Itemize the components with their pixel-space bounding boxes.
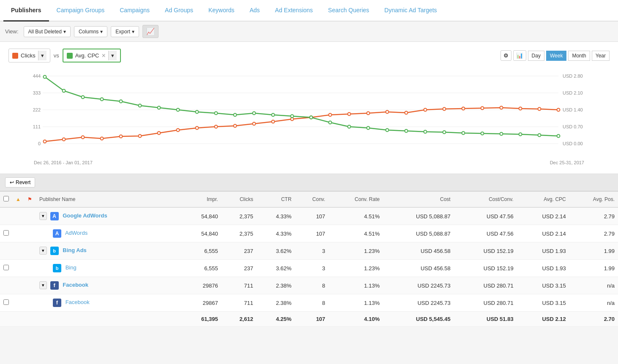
cell-cost: USD 5,088.87 — [383, 207, 454, 225]
svg-point-22 — [177, 129, 180, 132]
adwords-link[interactable]: AdWords — [65, 230, 88, 236]
row-checkbox[interactable] — [3, 265, 9, 270]
svg-point-31 — [348, 113, 351, 116]
chart-wrapper: 444 333 222 111 0 USD 2.80 USD 2.10 USD … — [8, 68, 610, 165]
svg-point-18 — [101, 137, 104, 140]
total-ctr: 4.25% — [257, 312, 295, 327]
svg-point-70 — [557, 135, 560, 138]
chevron-down-icon: ▾ — [132, 29, 134, 35]
metric1-dropdown-btn[interactable]: ▾ — [38, 51, 46, 60]
adwords-sub-icon: A — [53, 229, 61, 238]
col-clicks: Clicks — [221, 192, 257, 208]
revert-bar: ↩ Revert — [0, 174, 618, 191]
expand-google-adwords-btn[interactable]: ▾ — [39, 212, 47, 220]
cell-impr: 54,840 — [181, 225, 221, 242]
tab-ad-groups[interactable]: Ad Groups — [157, 0, 201, 22]
metric2-dropdown-btn[interactable]: ▾ — [108, 51, 117, 60]
expand-bing-ads-btn[interactable]: ▾ — [39, 247, 47, 255]
svg-point-53 — [234, 114, 237, 117]
chart-settings-icon-btn[interactable]: ⚙ — [500, 50, 511, 61]
svg-point-40 — [519, 107, 522, 110]
metric2-selector[interactable]: Avg. CPC × ▾ — [63, 49, 121, 62]
flag-icon: ⚑ — [27, 196, 32, 202]
row-checkbox[interactable] — [3, 230, 9, 236]
expand-facebook-btn[interactable]: ▾ — [39, 281, 47, 289]
tab-campaigns[interactable]: Campaigns — [112, 0, 157, 22]
facebook-link[interactable]: Facebook — [66, 299, 90, 305]
export-button[interactable]: Export ▾ — [111, 26, 139, 37]
cell-cost-conv: USD 47.56 — [454, 225, 517, 242]
time-btn-day[interactable]: Day — [528, 51, 544, 61]
svg-point-20 — [139, 135, 142, 138]
revert-button[interactable]: ↩ Revert — [5, 177, 35, 187]
chart-controls: Clicks ▾ vs Avg. CPC × ▾ ⚙ 📊 Day Week Mo… — [8, 49, 610, 62]
tab-keywords[interactable]: Keywords — [201, 0, 242, 22]
select-all-checkbox[interactable] — [3, 196, 9, 201]
view-dropdown[interactable]: All But Deleted ▾ — [24, 26, 71, 37]
table-row: b Bing 6,555 237 3.62% 3 1.23% USD 456.5… — [0, 260, 618, 277]
cell-avg-cpc: USD 3.15 — [517, 294, 569, 312]
total-avg-pos: 2.70 — [569, 312, 618, 327]
cell-cost: USD 2245.73 — [383, 294, 454, 312]
svg-point-24 — [215, 125, 218, 128]
cell-conv: 8 — [295, 277, 329, 294]
cell-avg-pos: n/a — [569, 277, 618, 294]
google-adwords-link[interactable]: Google AdWords — [63, 212, 107, 219]
svg-point-52 — [215, 112, 218, 115]
toolbar: View: All But Deleted ▾ Columns ▾ Export… — [0, 22, 618, 42]
row-checkbox[interactable] — [3, 299, 9, 305]
cell-clicks: 2,375 — [221, 225, 257, 242]
metric2-close-button[interactable]: × — [102, 52, 106, 59]
cell-ctr: 3.62% — [257, 260, 295, 277]
cell-conv: 107 — [295, 207, 329, 225]
svg-point-34 — [405, 111, 408, 114]
cell-clicks: 711 — [221, 294, 257, 312]
bing-link[interactable]: Bing — [66, 264, 77, 271]
facebook-group-link[interactable]: Facebook — [63, 282, 88, 288]
tab-publishers[interactable]: Publishers — [3, 0, 49, 22]
time-btn-year[interactable]: Year — [592, 51, 610, 61]
svg-text:0: 0 — [38, 141, 41, 146]
metric1-selector[interactable]: Clicks ▾ — [8, 49, 50, 62]
time-btn-month[interactable]: Month — [568, 51, 590, 61]
tab-campaign-groups[interactable]: Campaign Groups — [49, 0, 112, 22]
svg-point-19 — [120, 135, 123, 138]
publishers-table: ▲ ⚑ Publisher Name Impr. Clicks CTR Conv… — [0, 191, 618, 327]
table-row: A AdWords 54,840 2,375 4.33% 107 4.51% U… — [0, 225, 618, 242]
cell-clicks: 2,375 — [221, 207, 257, 225]
bing-sub-icon: b — [53, 264, 61, 272]
columns-button[interactable]: Columns ▾ — [74, 26, 107, 37]
bing-ads-link[interactable]: Bing Ads — [63, 247, 87, 253]
svg-point-35 — [424, 109, 427, 111]
svg-point-66 — [481, 132, 484, 135]
svg-point-60 — [367, 127, 370, 130]
svg-point-23 — [196, 127, 199, 130]
tab-search-queries[interactable]: Search Queries — [320, 0, 377, 22]
facebook-sub-icon: f — [53, 299, 61, 307]
svg-text:USD 1.40: USD 1.40 — [563, 107, 583, 112]
chart-icon: 📈 — [146, 28, 155, 35]
svg-point-59 — [348, 125, 351, 128]
svg-point-28 — [291, 118, 294, 121]
chart-toggle-button[interactable]: 📈 — [142, 25, 159, 38]
total-clicks: 2,612 — [221, 312, 257, 327]
svg-point-15 — [44, 140, 46, 143]
svg-point-62 — [405, 130, 408, 133]
line-chart: 444 333 222 111 0 USD 2.80 USD 2.10 USD … — [8, 68, 610, 160]
svg-point-44 — [63, 90, 66, 92]
svg-point-42 — [557, 109, 560, 111]
svg-point-26 — [253, 122, 256, 125]
columns-label: Columns — [79, 29, 98, 35]
tab-dynamic-ad-targets[interactable]: Dynamic Ad Targets — [377, 0, 444, 22]
svg-text:USD 2.80: USD 2.80 — [563, 73, 583, 79]
chart-bar-icon-btn[interactable]: 📊 — [513, 50, 526, 61]
tab-ad-extensions[interactable]: Ad Extensions — [268, 0, 321, 22]
time-btn-week[interactable]: Week — [546, 51, 566, 61]
cell-avg-pos: 2.79 — [569, 225, 618, 242]
cell-cost-conv: USD 47.56 — [454, 207, 517, 225]
metric1-label: Clicks — [21, 52, 36, 59]
cell-avg-pos: 2.79 — [569, 207, 618, 225]
tab-ads[interactable]: Ads — [242, 0, 267, 22]
col-conv: Conv. — [295, 192, 329, 208]
cell-conv-rate: 4.51% — [328, 225, 383, 242]
